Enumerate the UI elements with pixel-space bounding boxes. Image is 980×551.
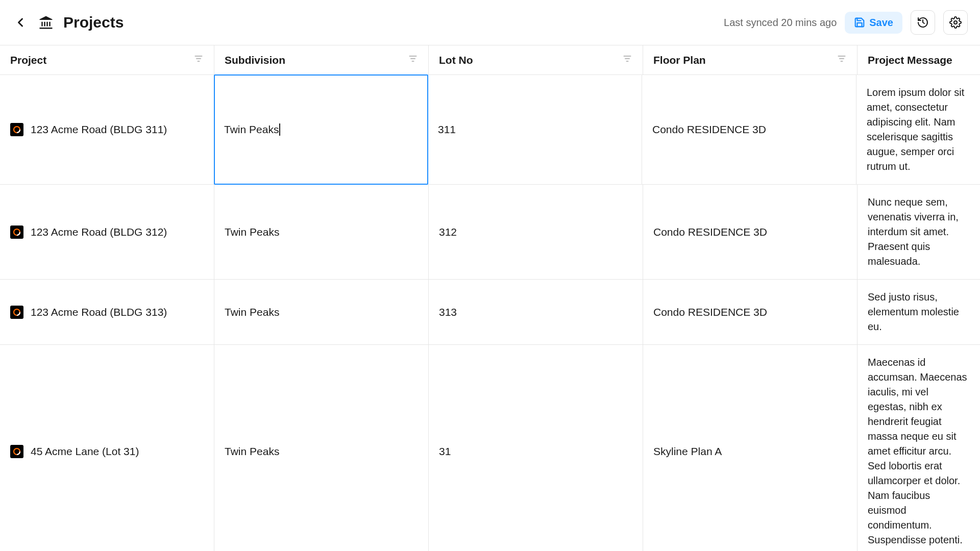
cell-message[interactable]: Sed justo risus, elementum molestie eu. [857, 280, 980, 344]
project-icon [10, 226, 23, 239]
table-row: 123 Acme Road (BLDG 312) Twin Peaks 312 … [0, 185, 980, 280]
cell-floorplan[interactable]: Skyline Plan A [643, 345, 857, 551]
column-label: Lot No [439, 54, 473, 66]
filter-icon[interactable] [622, 54, 632, 66]
project-name: 123 Acme Road (BLDG 312) [31, 226, 167, 238]
cell-project[interactable]: 45 Acme Lane (Lot 31) [0, 345, 214, 551]
cell-floorplan[interactable]: Condo RESIDENCE 3D [643, 280, 857, 344]
table-row: 45 Acme Lane (Lot 31) Twin Peaks 31 Skyl… [0, 345, 980, 551]
cell-subdivision[interactable]: Twin Peaks [214, 280, 429, 344]
subdivision-value: Twin Peaks [224, 123, 279, 136]
column-header-message[interactable]: Project Message [857, 45, 980, 74]
cell-message[interactable]: Maecenas id accumsan. Maecenas iaculis, … [857, 345, 980, 551]
cell-floorplan[interactable]: Condo RESIDENCE 3D [643, 185, 857, 279]
cell-floorplan[interactable]: Condo RESIDENCE 3D [642, 75, 856, 184]
save-button-label: Save [869, 17, 893, 29]
back-button[interactable] [12, 14, 29, 31]
column-header-floorplan[interactable]: Floor Plan [643, 45, 857, 74]
column-label: Subdivision [225, 54, 285, 66]
building-icon [38, 14, 54, 31]
cell-lotno[interactable]: 311 [428, 75, 642, 184]
gear-icon [949, 16, 962, 29]
page-title: Projects [63, 14, 124, 31]
column-header-project[interactable]: Project [0, 45, 214, 74]
save-icon [854, 17, 865, 28]
cell-lotno[interactable]: 313 [429, 280, 643, 344]
filter-icon[interactable] [837, 54, 847, 66]
header-left: Projects [12, 14, 124, 31]
column-header-lotno[interactable]: Lot No [429, 45, 643, 74]
sync-status: Last synced 20 mins ago [724, 17, 837, 29]
chevron-left-icon [13, 15, 28, 30]
filter-icon[interactable] [193, 54, 204, 66]
table-row: 123 Acme Road (BLDG 311) Twin Peaks 311 … [0, 75, 980, 185]
cell-lotno[interactable]: 312 [429, 185, 643, 279]
project-icon [10, 445, 23, 458]
column-label: Project [10, 54, 46, 66]
page-header: Projects Last synced 20 mins ago Save [0, 0, 980, 45]
svg-point-0 [954, 21, 957, 24]
table-row: 123 Acme Road (BLDG 313) Twin Peaks 313 … [0, 280, 980, 345]
cell-message[interactable]: Nunc neque sem, venenatis viverra in, in… [857, 185, 980, 279]
cell-message[interactable]: Lorem ipsum dolor sit amet, consectetur … [856, 75, 980, 184]
column-label: Floor Plan [653, 54, 706, 66]
column-label: Project Message [868, 54, 952, 66]
cell-project[interactable]: 123 Acme Road (BLDG 313) [0, 280, 214, 344]
table-header: Project Subdivision Lot No Floor Plan Pr… [0, 45, 980, 75]
project-icon [10, 123, 23, 136]
history-button[interactable] [911, 10, 935, 35]
project-name: 123 Acme Road (BLDG 313) [31, 306, 167, 318]
cell-subdivision-editing[interactable]: Twin Peaks [214, 74, 428, 185]
header-right: Last synced 20 mins ago Save [724, 10, 968, 35]
cell-project[interactable]: 123 Acme Road (BLDG 312) [0, 185, 214, 279]
history-icon [917, 16, 929, 29]
project-name: 45 Acme Lane (Lot 31) [31, 445, 139, 458]
text-cursor [279, 123, 280, 136]
save-button[interactable]: Save [845, 12, 902, 34]
projects-table: Project Subdivision Lot No Floor Plan Pr… [0, 45, 980, 551]
project-icon [10, 306, 23, 319]
settings-button[interactable] [943, 10, 968, 35]
project-name: 123 Acme Road (BLDG 311) [31, 123, 167, 136]
cell-lotno[interactable]: 31 [429, 345, 643, 551]
column-header-subdivision[interactable]: Subdivision [214, 45, 429, 74]
cell-project[interactable]: 123 Acme Road (BLDG 311) [0, 75, 214, 184]
cell-subdivision[interactable]: Twin Peaks [214, 185, 429, 279]
cell-subdivision[interactable]: Twin Peaks [214, 345, 429, 551]
filter-icon[interactable] [408, 54, 418, 66]
